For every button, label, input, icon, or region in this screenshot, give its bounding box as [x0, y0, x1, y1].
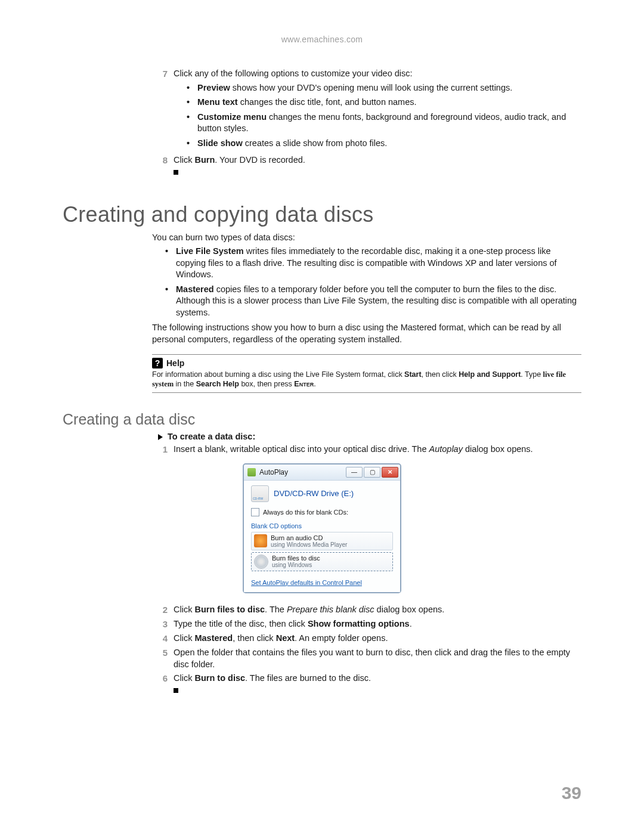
- t: Prepare this blank disc: [287, 605, 374, 614]
- step-body: Click Mastered, then click Next. An empt…: [174, 633, 581, 645]
- t: Type the title of the disc, then click: [174, 619, 308, 628]
- end-of-procedure-icon: [174, 688, 178, 693]
- step-number: 4: [152, 633, 174, 645]
- step-body: Click any of the following options to cu…: [174, 68, 581, 152]
- autoplay-titlebar: AutoPlay — ▢ ✕: [244, 465, 400, 481]
- help-title: Help: [166, 358, 184, 368]
- sub-bullet: •Mastered copies files to a temporary fo…: [152, 284, 581, 319]
- t: Help and Support: [459, 370, 521, 379]
- t: , then click: [233, 633, 276, 643]
- create-disc-steps-cont: 2 Click Burn files to disc. The Prepare …: [152, 604, 581, 696]
- bold: Burn: [194, 155, 215, 165]
- bullet-dot-icon: •: [187, 138, 197, 150]
- step-number: 6: [152, 673, 174, 696]
- minimize-icon: —: [351, 469, 357, 475]
- create-disc-steps: 1 Insert a blank, writable optical disc …: [152, 444, 581, 456]
- help-box: ? Help For information about burning a d…: [152, 354, 581, 394]
- bullet-dot-icon: •: [187, 97, 197, 109]
- sub-bullet: •Customize menu changes the menu fonts, …: [174, 112, 581, 135]
- close-icon: ✕: [388, 469, 392, 475]
- procedure-title-text: To create a data disc:: [168, 432, 255, 441]
- heading-creating-copying: Creating and copying data discs: [63, 202, 581, 227]
- always-checkbox[interactable]: [251, 508, 259, 516]
- step-3: 3 Type the title of the disc, then click…: [152, 618, 581, 630]
- procedure-title: To create a data disc:: [158, 432, 581, 441]
- disc-icon: [254, 555, 268, 569]
- bullet-dot-icon: •: [187, 82, 197, 94]
- step-number: 7: [152, 68, 174, 152]
- t: . An empty folder opens.: [295, 633, 388, 643]
- top-step-list: 7 Click any of the following options to …: [152, 68, 581, 178]
- step-body: Click Burn to disc. The files are burned…: [174, 673, 581, 696]
- autoplay-window: AutoPlay — ▢ ✕ DVD/CD-RW Drive (E:) Alwa…: [243, 463, 401, 593]
- bullet-text: copies files to a temporary folder befor…: [176, 284, 577, 317]
- wmp-icon: [254, 534, 267, 547]
- blank-cd-options-label: Blank CD options: [251, 522, 393, 529]
- drive-label: DVD/CD-RW Drive (E:): [274, 489, 354, 498]
- step-6: 6 Click Burn to disc. The files are burn…: [152, 673, 581, 696]
- step-lead: Click any of the following options to cu…: [174, 69, 413, 78]
- sub-bullets: •Preview shows how your DVD's opening me…: [174, 82, 581, 150]
- t: Mastered: [194, 633, 233, 643]
- minimize-button[interactable]: —: [346, 467, 363, 478]
- step-5: 5 Open the folder that contains the file…: [152, 647, 581, 670]
- term: Preview: [197, 83, 230, 92]
- option-burn-audio-cd[interactable]: Burn an audio CD using Windows Media Pla…: [251, 532, 393, 550]
- term: Customize menu: [197, 112, 267, 122]
- t: . Type: [521, 370, 543, 379]
- autoplay-figure: AutoPlay — ▢ ✕ DVD/CD-RW Drive (E:) Alwa…: [63, 463, 581, 593]
- intro-bullets: •Live File System writes files immediate…: [152, 246, 581, 318]
- term: Menu text: [197, 97, 238, 107]
- t: Enter: [294, 380, 314, 388]
- step-number: 2: [152, 604, 174, 616]
- step-body: Click Burn files to disc. The Prepare th…: [174, 604, 581, 616]
- t: dialog box opens.: [374, 605, 445, 614]
- autoplay-app-icon: [247, 468, 256, 476]
- step-8: 8 Click Burn. Your DVD is recorded.: [152, 154, 581, 178]
- autoplay-body: DVD/CD-RW Drive (E:) Always do this for …: [244, 481, 400, 592]
- pre: Click: [174, 155, 194, 165]
- step-body: Insert a blank, writable optical disc in…: [174, 444, 581, 456]
- option-title: Burn an audio CD: [271, 534, 347, 541]
- step-1: 1 Insert a blank, writable optical disc …: [152, 444, 581, 456]
- procedure-arrow-icon: [158, 434, 163, 440]
- step-number: 1: [152, 444, 174, 456]
- bullet-dot-icon: •: [187, 112, 197, 135]
- step-body: Open the folder that contains the files …: [174, 647, 581, 670]
- t: Start: [404, 370, 421, 379]
- maximize-button[interactable]: ▢: [364, 467, 380, 478]
- option-title: Burn files to disc: [272, 555, 320, 562]
- help-title-row: ? Help: [152, 358, 581, 368]
- help-body: For information about burning a disc usi…: [152, 370, 581, 389]
- t: Next: [276, 633, 295, 643]
- drive-row: DVD/CD-RW Drive (E:): [251, 485, 393, 502]
- t: Autoplay: [429, 444, 463, 454]
- heading-creating-data-disc: Creating a data disc: [63, 411, 581, 428]
- step-number: 8: [152, 154, 174, 178]
- always-do-this-row: Always do this for blank CDs:: [251, 508, 393, 516]
- t: .: [410, 619, 412, 628]
- close-button[interactable]: ✕: [382, 467, 398, 478]
- option-sub: using Windows: [272, 562, 320, 568]
- sub-bullet: •Live File System writes files immediate…: [152, 246, 581, 281]
- option-burn-files-to-disc[interactable]: Burn files to disc using Windows: [251, 552, 393, 571]
- option-sub: using Windows Media Player: [271, 541, 347, 548]
- step-number: 5: [152, 647, 174, 670]
- t: Burn to disc: [194, 673, 245, 683]
- step-body: Type the title of the disc, then click S…: [174, 618, 581, 630]
- set-autoplay-defaults-link[interactable]: Set AutoPlay defaults in Control Panel: [251, 579, 362, 586]
- t: Search Help: [196, 380, 239, 388]
- header-url: www.emachines.com: [63, 35, 581, 44]
- bullet-dot-icon: •: [165, 246, 176, 281]
- page-number: 39: [562, 783, 581, 803]
- t: .: [314, 380, 315, 388]
- help-icon: ?: [152, 358, 163, 368]
- t: Click: [174, 633, 194, 643]
- t: box, then press: [239, 380, 294, 388]
- intro-line: You can burn two types of data discs:: [152, 232, 581, 244]
- step-number: 3: [152, 618, 174, 630]
- term: Mastered: [176, 284, 214, 294]
- t: . The: [265, 605, 287, 614]
- t: Show formatting options: [308, 619, 410, 628]
- bullet-text: creates a slide show from photo files.: [243, 138, 388, 148]
